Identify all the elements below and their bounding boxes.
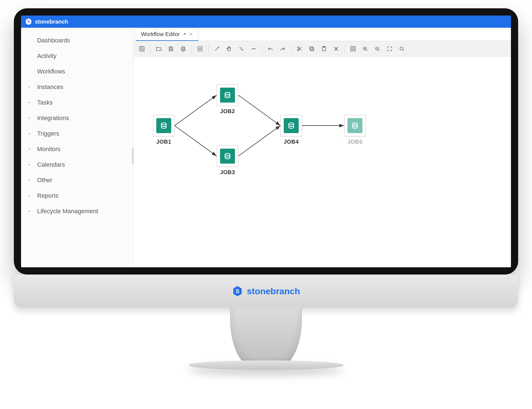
zoom-in-icon xyxy=(362,46,368,52)
print-button[interactable] xyxy=(178,43,189,54)
sidebar-item-activity[interactable]: Activity xyxy=(21,48,133,64)
workflow-node-job2[interactable]: JOB2 xyxy=(217,84,238,115)
monitor-base xyxy=(188,360,344,370)
search-button[interactable] xyxy=(396,43,407,54)
cut-button[interactable] xyxy=(294,43,305,54)
sidebar-item-triggers[interactable]: Triggers xyxy=(21,126,133,141)
workflow-canvas[interactable]: JOB1JOB2JOB3JOB4JOB5 xyxy=(134,57,511,267)
sidebar: DashboardsActivityWorkflowsInstancesTask… xyxy=(21,28,134,267)
add-icon xyxy=(197,46,203,52)
task-icon xyxy=(284,118,299,133)
tab-bar: Workflow Editor xyxy=(134,28,511,41)
search-icon xyxy=(399,46,405,52)
sidebar-item-integrations[interactable]: Integrations xyxy=(21,110,133,126)
copy-button[interactable] xyxy=(306,43,317,54)
toolbar-separator xyxy=(150,44,150,53)
sidebar-item-label: Triggers xyxy=(37,130,59,137)
chevron-down-icon xyxy=(27,100,34,105)
task-icon xyxy=(156,118,171,133)
paste-button[interactable] xyxy=(318,43,329,54)
cut-icon xyxy=(296,46,303,52)
workflow-node-job5[interactable]: JOB5 xyxy=(344,115,366,145)
connector-straight-icon xyxy=(250,46,257,52)
zoom-preview-button[interactable] xyxy=(136,43,147,54)
brand-logo-icon: S xyxy=(25,18,32,25)
zoom-in-button[interactable] xyxy=(360,43,371,54)
redo-button[interactable] xyxy=(277,43,288,54)
brand-name: stonebranch xyxy=(247,286,300,296)
brand-name: stonebranch xyxy=(35,19,68,25)
add-button[interactable] xyxy=(195,43,206,54)
sidebar-item-label: Lifecycle Management xyxy=(37,208,98,215)
task-icon xyxy=(220,88,235,103)
workflow-node-job3[interactable]: JOB3 xyxy=(217,145,238,176)
connector-straight-button[interactable] xyxy=(248,43,259,54)
undo-button[interactable] xyxy=(265,43,276,54)
chevron-down-icon xyxy=(27,85,34,89)
svg-point-15 xyxy=(161,123,166,125)
zoom-out-icon xyxy=(374,46,380,52)
workflow-edges xyxy=(134,57,511,267)
open-folder-icon xyxy=(156,46,162,52)
toolbar-separator xyxy=(344,44,345,53)
sidebar-item-reports[interactable]: Reports xyxy=(21,188,133,204)
workflow-node-job1[interactable]: JOB1 xyxy=(153,115,175,145)
sidebar-item-other[interactable]: Other xyxy=(21,172,133,188)
svg-point-18 xyxy=(289,123,294,125)
fit-button[interactable] xyxy=(347,43,359,54)
brand-logo-icon: S xyxy=(232,286,243,297)
close-icon[interactable] xyxy=(189,31,193,37)
sidebar-item-label: Integrations xyxy=(37,115,69,122)
sidebar-item-workflows[interactable]: Workflows xyxy=(21,64,133,79)
monitor-frame: S stonebranch DashboardsActivityWorkflow… xyxy=(14,8,518,275)
sidebar-item-tasks[interactable]: Tasks xyxy=(21,95,133,110)
sidebar-item-dashboards[interactable]: Dashboards xyxy=(21,33,133,48)
zoom-out-button[interactable] xyxy=(372,43,383,54)
svg-point-19 xyxy=(352,123,357,125)
pan-button[interactable] xyxy=(224,43,235,54)
node-label: JOB1 xyxy=(153,139,175,145)
edge-JOB1-JOB3[interactable] xyxy=(175,126,217,156)
edge-JOB3-JOB4[interactable] xyxy=(238,126,280,156)
delete-button[interactable] xyxy=(331,43,342,54)
node-box xyxy=(280,115,302,136)
fullscreen-icon xyxy=(387,46,393,52)
node-label: JOB4 xyxy=(280,139,302,145)
sidebar-item-label: Other xyxy=(37,177,52,184)
sidebar-item-instances[interactable]: Instances xyxy=(21,79,133,95)
edge-JOB1-JOB2[interactable] xyxy=(175,95,217,126)
connector-elbow-icon xyxy=(238,46,244,52)
chevron-down-icon xyxy=(27,147,34,151)
svg-rect-7 xyxy=(310,47,313,50)
save-button[interactable] xyxy=(165,43,177,54)
sidebar-item-monitors[interactable]: Monitors xyxy=(21,141,133,157)
fullscreen-button[interactable] xyxy=(384,43,395,54)
sidebar-item-label: Instances xyxy=(37,83,63,91)
redo-icon xyxy=(280,46,286,52)
sidebar-item-label: Activity xyxy=(37,52,57,60)
sidebar-item-lifecycle-management[interactable]: Lifecycle Management xyxy=(21,204,133,219)
pointer-button[interactable] xyxy=(211,43,222,54)
chevron-down-icon xyxy=(27,116,34,120)
pin-icon[interactable] xyxy=(183,31,186,37)
chevron-down-icon xyxy=(27,209,34,214)
tab-workflow-editor[interactable]: Workflow Editor xyxy=(136,28,198,41)
workflow-node-job4[interactable]: JOB4 xyxy=(280,115,302,145)
chevron-down-icon xyxy=(27,131,34,136)
node-box xyxy=(217,145,238,167)
chevron-down-icon xyxy=(27,194,34,198)
open-folder-button[interactable] xyxy=(153,43,164,54)
print-icon xyxy=(180,46,186,52)
svg-rect-6 xyxy=(311,48,314,51)
connector-elbow-button[interactable] xyxy=(236,43,247,54)
node-box xyxy=(344,115,366,136)
chevron-down-icon xyxy=(27,178,34,182)
svg-text:S: S xyxy=(27,19,30,24)
edge-JOB2-JOB4[interactable] xyxy=(238,95,280,126)
sidebar-item-label: Reports xyxy=(37,192,58,199)
screen: S stonebranch DashboardsActivityWorkflow… xyxy=(21,16,511,267)
pointer-icon xyxy=(214,46,220,52)
sidebar-item-calendars[interactable]: Calendars xyxy=(21,157,133,172)
svg-text:S: S xyxy=(236,288,239,294)
svg-rect-11 xyxy=(352,48,354,50)
